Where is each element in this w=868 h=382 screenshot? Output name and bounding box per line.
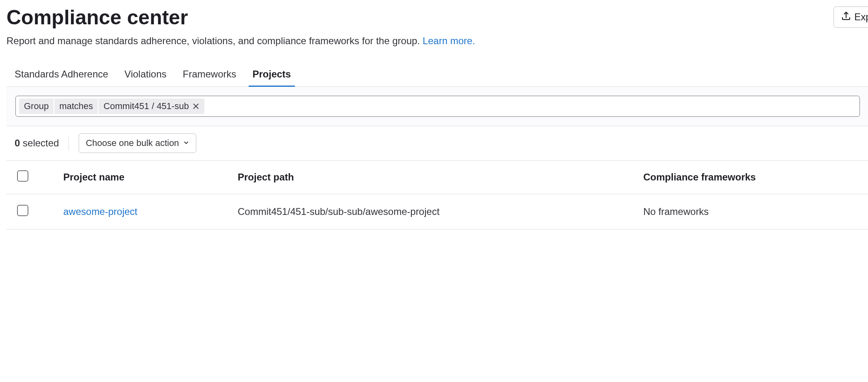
chevron-down-icon [183, 138, 189, 148]
tab-standards-adherence[interactable]: Standards Adherence [15, 63, 108, 86]
select-all-checkbox[interactable] [17, 170, 28, 182]
export-icon [841, 11, 851, 23]
page-title: Compliance center [6, 6, 188, 29]
tab-projects[interactable]: Projects [253, 63, 291, 86]
row-checkbox[interactable] [17, 205, 28, 216]
export-button[interactable]: Expo [834, 6, 868, 28]
col-header-frameworks: Compliance frameworks [635, 161, 868, 194]
filter-bar[interactable]: Group matches Commit451 / 451-sub [15, 96, 860, 117]
tab-frameworks[interactable]: Frameworks [183, 63, 236, 86]
filter-chip-op: matches [54, 99, 98, 114]
project-path: Commit451/451-sub/sub-sub/awesome-projec… [230, 194, 635, 230]
learn-more-link[interactable]: Learn more. [423, 35, 475, 46]
bulk-action-dropdown[interactable]: Choose one bulk action [79, 133, 196, 153]
filter-chip-value: Commit451 / 451-sub [99, 99, 204, 114]
table-row: awesome-project Commit451/451-sub/sub-su… [6, 194, 868, 230]
project-frameworks: No frameworks [635, 194, 868, 230]
export-label: Expo [854, 11, 868, 23]
close-icon[interactable] [192, 103, 200, 110]
filter-chip-field: Group [19, 99, 54, 114]
tab-violations[interactable]: Violations [125, 63, 167, 86]
col-header-path: Project path [230, 161, 635, 194]
filter-chip-group[interactable]: Group matches Commit451 / 451-sub [19, 99, 204, 114]
divider [69, 136, 69, 150]
project-link[interactable]: awesome-project [63, 206, 138, 217]
tabs: Standards Adherence Violations Framework… [6, 63, 868, 87]
col-header-name: Project name [55, 161, 230, 194]
page-subtitle: Report and manage standards adherence, v… [6, 35, 868, 47]
projects-table: Project name Project path Compliance fra… [6, 161, 868, 230]
selected-count: 0 selected [15, 137, 59, 149]
